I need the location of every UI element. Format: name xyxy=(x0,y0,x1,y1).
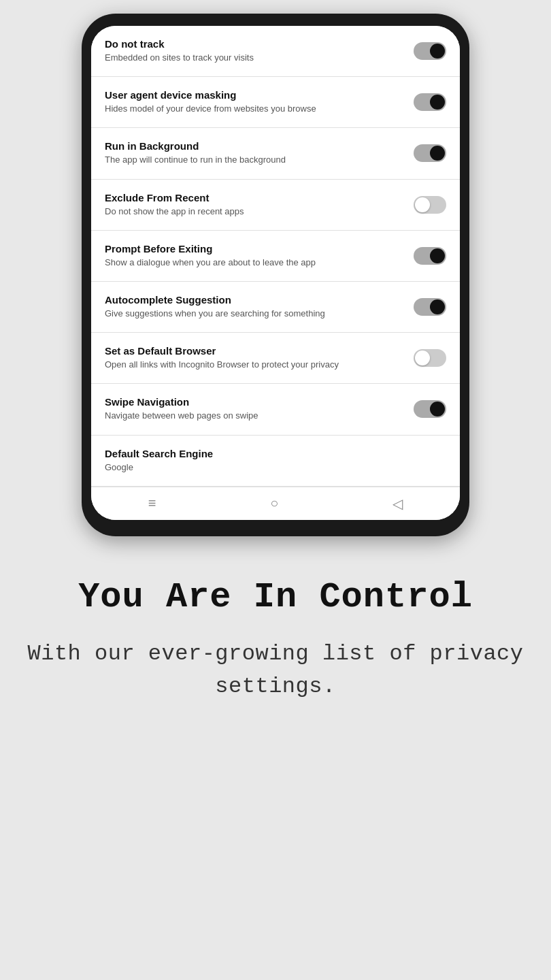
user-agent-masking-toggle-knob xyxy=(430,95,445,110)
settings-item-run-in-background[interactable]: Run in BackgroundThe app will continue t… xyxy=(91,128,460,179)
prompt-before-exiting-toggle-knob xyxy=(430,248,445,263)
autocomplete-suggestion-toggle[interactable] xyxy=(414,298,446,316)
swipe-navigation-toggle-knob xyxy=(430,402,445,416)
autocomplete-suggestion-description: Give suggestions when you are searching … xyxy=(105,308,403,320)
settings-item-swipe-navigation[interactable]: Swipe NavigationNavigate between web pag… xyxy=(91,384,460,435)
user-agent-masking-toggle[interactable] xyxy=(414,93,446,111)
swipe-navigation-toggle[interactable] xyxy=(414,400,446,418)
prompt-before-exiting-toggle[interactable] xyxy=(414,247,446,265)
prompt-before-exiting-description: Show a dialogue when you are about to le… xyxy=(105,257,403,269)
set-as-default-browser-description: Open all links with Incognito Browser to… xyxy=(105,359,403,371)
tagline-body: With our ever-growing list of privacy se… xyxy=(27,638,524,703)
swipe-navigation-title: Swipe Navigation xyxy=(105,396,403,408)
phone-frame: Do not trackEmbedded on sites to track y… xyxy=(82,14,469,536)
user-agent-masking-description: Hides model of your device from websites… xyxy=(105,103,403,115)
exclude-from-recent-toggle[interactable] xyxy=(414,196,446,214)
settings-list: Do not trackEmbedded on sites to track y… xyxy=(91,26,460,487)
bottom-nav: ≡ ○ ◁ xyxy=(91,487,460,520)
set-as-default-browser-title: Set as Default Browser xyxy=(105,345,403,357)
settings-item-default-search-engine[interactable]: Default Search EngineGoogle xyxy=(91,436,460,487)
run-in-background-toggle-knob xyxy=(430,146,445,161)
user-agent-masking-title: User agent device masking xyxy=(105,89,403,101)
settings-item-exclude-from-recent[interactable]: Exclude From RecentDo not show the app i… xyxy=(91,180,460,231)
do-not-track-description: Embedded on sites to track your visits xyxy=(105,52,403,64)
nav-bars-icon[interactable]: ≡ xyxy=(148,495,156,511)
nav-home-icon[interactable]: ○ xyxy=(270,495,278,511)
run-in-background-description: The app will continue to run in the back… xyxy=(105,154,403,166)
swipe-navigation-description: Navigate between web pages on swipe xyxy=(105,410,403,422)
run-in-background-title: Run in Background xyxy=(105,140,403,152)
settings-item-autocomplete-suggestion[interactable]: Autocomplete SuggestionGive suggestions … xyxy=(91,282,460,333)
do-not-track-title: Do not track xyxy=(105,38,403,50)
prompt-before-exiting-title: Prompt Before Exiting xyxy=(105,243,403,255)
phone-screen: Do not trackEmbedded on sites to track y… xyxy=(91,26,460,520)
settings-item-prompt-before-exiting[interactable]: Prompt Before ExitingShow a dialogue whe… xyxy=(91,231,460,282)
do-not-track-toggle-knob xyxy=(430,44,445,59)
default-search-engine-title: Default Search Engine xyxy=(105,448,435,459)
nav-back-icon[interactable]: ◁ xyxy=(393,495,403,512)
tagline-heading: You Are In Control xyxy=(78,577,473,617)
settings-item-user-agent-masking[interactable]: User agent device maskingHides model of … xyxy=(91,77,460,128)
settings-item-do-not-track[interactable]: Do not trackEmbedded on sites to track y… xyxy=(91,26,460,77)
set-as-default-browser-toggle[interactable] xyxy=(414,349,446,367)
autocomplete-suggestion-title: Autocomplete Suggestion xyxy=(105,294,403,306)
run-in-background-toggle[interactable] xyxy=(414,144,446,162)
settings-item-set-as-default-browser[interactable]: Set as Default BrowserOpen all links wit… xyxy=(91,333,460,384)
autocomplete-suggestion-toggle-knob xyxy=(430,299,445,314)
set-as-default-browser-toggle-knob xyxy=(415,350,430,365)
exclude-from-recent-toggle-knob xyxy=(415,197,430,212)
exclude-from-recent-description: Do not show the app in recent apps xyxy=(105,206,403,218)
exclude-from-recent-title: Exclude From Recent xyxy=(105,192,403,203)
do-not-track-toggle[interactable] xyxy=(414,42,446,60)
tagline-section: You Are In Control With our ever-growing… xyxy=(0,536,551,744)
default-search-engine-description: Google xyxy=(105,461,435,474)
